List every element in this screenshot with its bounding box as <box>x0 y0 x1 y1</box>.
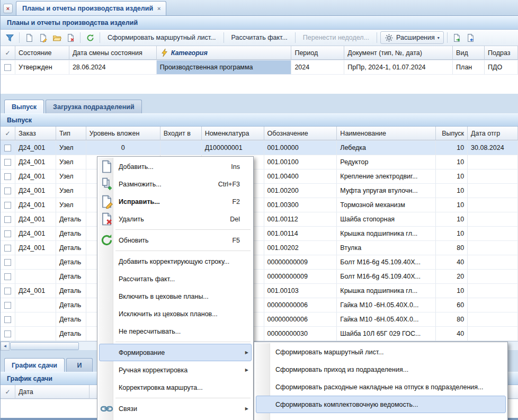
cell[interactable]: Крепление электродвиг... <box>337 169 436 183</box>
cell[interactable]: 10 <box>436 155 468 169</box>
checkbox[interactable] <box>4 273 11 280</box>
cell[interactable]: Лебедка <box>337 141 436 155</box>
menu-item[interactable]: Добавить...Ins <box>99 158 252 175</box>
table-row[interactable]: Д24_001Узел001.00400Крепление электродви… <box>1 169 518 184</box>
row-checkbox-cell[interactable] <box>1 312 15 326</box>
checkbox[interactable] <box>4 216 11 223</box>
import-button[interactable] <box>465 31 477 44</box>
cell[interactable]: Д24_001 <box>15 141 56 155</box>
cell[interactable]: Д24_001 <box>15 227 56 240</box>
cell[interactable]: 28.06.2024 <box>69 60 157 74</box>
column-header[interactable]: Уровень вложен <box>86 127 160 140</box>
calculate-fact-button[interactable]: Рассчитать факт... <box>227 31 292 44</box>
row-checkbox-cell[interactable] <box>1 227 15 240</box>
cell[interactable]: 001.00000 <box>264 141 337 155</box>
cell[interactable]: Узел <box>56 198 86 212</box>
cell[interactable]: 00000000030 <box>264 327 337 341</box>
menu-item[interactable]: Сформировать маршрутный лист... <box>256 343 506 361</box>
cell[interactable] <box>468 198 518 212</box>
cell[interactable]: ПДО <box>485 60 518 74</box>
form-route-sheet-button[interactable]: Сформировать маршрутный лист... <box>103 31 220 44</box>
cell[interactable]: Д24_001 <box>15 284 56 298</box>
cell[interactable]: Деталь <box>56 284 86 298</box>
row-checkbox-cell[interactable] <box>1 284 15 298</box>
cell[interactable]: 001.00114 <box>264 227 337 240</box>
cell[interactable]: Шайба 10Л 65Г 029 ГОС... <box>337 327 436 341</box>
cell[interactable]: Д100000001 <box>202 141 264 155</box>
table-row[interactable]: Деталь00000000006Гайка М10 -6Н.05.40Х.0.… <box>1 312 518 327</box>
checkbox[interactable] <box>4 330 11 337</box>
checkbox[interactable] <box>4 202 11 209</box>
cell[interactable]: Тормозной механизм <box>337 198 436 212</box>
cell[interactable]: Д24_001 <box>15 155 56 169</box>
row-checkbox-cell[interactable] <box>1 270 15 283</box>
column-header[interactable]: Входит в <box>160 127 202 140</box>
checkbox[interactable] <box>4 159 11 166</box>
export-button[interactable] <box>451 31 463 44</box>
checkbox[interactable] <box>4 230 11 237</box>
tab-vypusk[interactable]: Выпуск <box>4 100 44 113</box>
cell[interactable]: Деталь <box>56 212 86 226</box>
cell[interactable]: 10 <box>436 184 468 198</box>
table-row[interactable]: Д24_001Деталь001.00202Втулка80 <box>1 241 518 255</box>
cell[interactable]: Д24_001 <box>15 212 56 226</box>
cell[interactable]: Д24_001 <box>15 241 56 255</box>
cell[interactable]: Болт М16-6g 45.109.40Х... <box>337 270 436 283</box>
tab-partial[interactable]: И <box>66 358 93 372</box>
open-button[interactable] <box>50 31 63 44</box>
row-checkbox-cell[interactable] <box>1 184 15 198</box>
column-header[interactable]: Документ (тип, №, дата) <box>344 46 453 60</box>
cell[interactable]: Шайба стопорная <box>337 212 436 226</box>
cell[interactable]: 001.00103 <box>264 284 337 298</box>
cell[interactable] <box>15 298 56 312</box>
cell[interactable]: Редуктор <box>337 155 436 169</box>
table-row[interactable]: Д24_001Деталь001.00103Крышка подшипника … <box>1 284 518 298</box>
row-checkbox-cell[interactable] <box>1 298 15 312</box>
cell[interactable]: 001.00100 <box>264 155 337 169</box>
cell[interactable]: 10 <box>436 227 468 240</box>
document-tab[interactable]: Планы и отчеты производства изделий × <box>16 1 166 15</box>
cell[interactable]: 80 <box>436 312 468 326</box>
tab-grafik-sdachi[interactable]: График сдачи <box>4 358 65 372</box>
menu-item[interactable]: Ручная корректировка▶ <box>99 361 252 379</box>
cell[interactable]: 001.00400 <box>264 169 337 183</box>
cell[interactable] <box>15 270 56 283</box>
table-row[interactable]: Д24_001Узел001.00300Тормозной механизм10 <box>1 198 518 212</box>
cell[interactable]: План <box>453 60 485 74</box>
check-column-header[interactable]: ✓ <box>1 127 15 140</box>
table-row[interactable]: Деталь00000000009Болт М16-6g 45.109.40Х.… <box>1 270 518 284</box>
cell[interactable]: 00000000006 <box>264 298 337 312</box>
tab-zagruzka-podrazdelenij[interactable]: Загрузка подразделений <box>46 100 142 113</box>
cell[interactable]: 001.00200 <box>264 184 337 198</box>
cell[interactable] <box>15 327 56 341</box>
close-tab-button[interactable]: × <box>3 4 13 13</box>
table-row[interactable]: Деталь00000000030Шайба 10Л 65Г 029 ГОС..… <box>1 327 518 341</box>
carry-over-shortfall-button[interactable]: Перенести недодел... <box>299 31 373 44</box>
row-checkbox-cell[interactable] <box>1 255 15 269</box>
cell[interactable]: 10 <box>436 169 468 183</box>
menu-item[interactable]: УдалитьDel <box>99 210 252 228</box>
column-header[interactable]: Дата <box>15 385 90 399</box>
column-header[interactable]: Выпуск <box>436 127 468 140</box>
checkbox[interactable] <box>4 288 11 294</box>
tab-close-icon[interactable]: × <box>157 5 160 12</box>
checkbox[interactable] <box>4 302 11 309</box>
checkbox[interactable] <box>4 245 11 252</box>
menu-item[interactable]: Сформировать комплектовочную ведомость..… <box>256 396 506 413</box>
cell[interactable]: 0 <box>86 141 160 155</box>
scroll-left-button[interactable]: ◄ <box>1 342 10 351</box>
cell[interactable] <box>468 184 518 198</box>
checkbox[interactable] <box>4 145 11 151</box>
cell[interactable]: Гайка М10 -6Н.05.40Х.0... <box>337 298 436 312</box>
cell[interactable] <box>468 155 518 169</box>
cell[interactable] <box>468 227 518 240</box>
menu-item[interactable]: ОбновитьF5 <box>99 231 252 249</box>
cell[interactable] <box>468 255 518 269</box>
checkbox[interactable] <box>4 173 11 180</box>
cell[interactable]: Деталь <box>56 227 86 240</box>
cell[interactable]: Производственная программа <box>157 60 292 74</box>
checkbox[interactable] <box>4 259 11 266</box>
cell[interactable]: Втулка <box>337 241 436 255</box>
menu-item[interactable]: Корректировка маршрута... <box>99 379 252 396</box>
cell[interactable]: Болт М16-6g 45.109.40Х... <box>337 255 436 269</box>
